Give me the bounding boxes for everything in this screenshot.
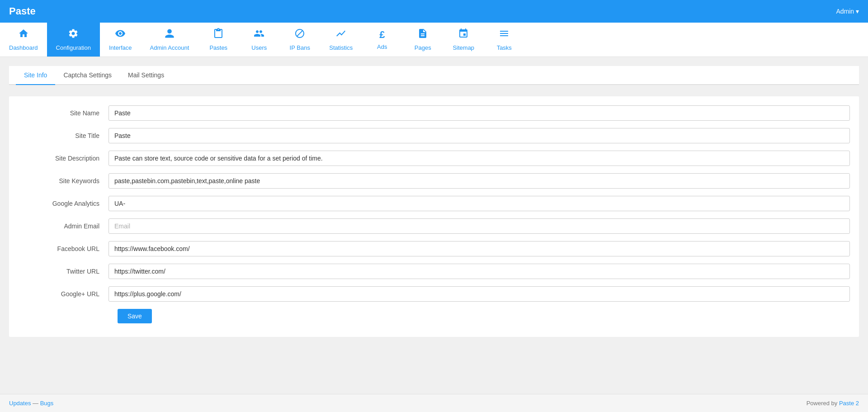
users-icon xyxy=(254,28,264,42)
pages-icon xyxy=(417,28,428,42)
tasks-icon xyxy=(499,28,509,42)
main-content: Site Info Captcha Settings Mail Settings… xyxy=(0,57,868,394)
home-icon xyxy=(18,28,29,42)
person-icon xyxy=(164,28,175,42)
nav-item-admin-account[interactable]: Admin Account xyxy=(141,23,198,57)
input-site-keywords[interactable] xyxy=(108,173,850,189)
nav-item-ads[interactable]: £ Ads xyxy=(362,23,402,57)
nav-item-configuration[interactable]: Configuration xyxy=(47,23,100,57)
ban-icon xyxy=(294,28,305,42)
nav-item-users[interactable]: Users xyxy=(239,23,279,57)
nav-label-ip-bans: IP Bans xyxy=(290,44,310,51)
form-row-site-keywords: Site Keywords xyxy=(18,173,850,189)
updates-link[interactable]: Updates xyxy=(9,400,31,407)
site-info-form: Site Name Site Title Site Description Si… xyxy=(9,96,859,337)
footer-separator: — xyxy=(33,400,40,407)
ads-icon: £ xyxy=(379,29,385,41)
save-button[interactable]: Save xyxy=(118,309,152,323)
tab-captcha-settings[interactable]: Captcha Settings xyxy=(55,66,120,85)
footer: Updates — Bugs Powered by Paste 2 xyxy=(0,394,868,412)
nav-item-ip-bans[interactable]: IP Bans xyxy=(279,23,320,57)
form-row-admin-email: Admin Email xyxy=(18,218,850,234)
topbar: Paste Admin xyxy=(0,0,868,23)
nav-label-pages: Pages xyxy=(415,44,431,51)
nav-item-tasks[interactable]: Tasks xyxy=(484,23,524,57)
nav-label-sitemap: Sitemap xyxy=(453,44,474,51)
input-google-plus-url[interactable] xyxy=(108,286,850,302)
nav-item-pages[interactable]: Pages xyxy=(402,23,443,57)
nav-label-ads: Ads xyxy=(377,43,387,50)
form-row-google-plus-url: Google+ URL xyxy=(18,286,850,302)
nav-item-statistics[interactable]: Statistics xyxy=(320,23,362,57)
tab-mail-settings[interactable]: Mail Settings xyxy=(120,66,172,85)
form-row-site-title: Site Title xyxy=(18,128,850,143)
label-site-name: Site Name xyxy=(18,109,108,117)
nav-label-configuration: Configuration xyxy=(56,44,91,51)
nav-label-tasks: Tasks xyxy=(497,44,512,51)
form-row-site-name: Site Name xyxy=(18,105,850,121)
paste2-link[interactable]: Paste 2 xyxy=(839,400,859,407)
label-admin-email: Admin Email xyxy=(18,223,108,230)
nav-label-dashboard: Dashboard xyxy=(9,44,38,51)
label-google-plus-url: Google+ URL xyxy=(18,290,108,298)
label-twitter-url: Twitter URL xyxy=(18,268,108,275)
app-title: Paste xyxy=(9,5,36,17)
sitemap-icon xyxy=(458,28,469,42)
input-google-analytics[interactable] xyxy=(108,196,850,211)
nav-label-pastes: Pastes xyxy=(209,44,227,51)
input-admin-email[interactable] xyxy=(108,218,850,234)
label-site-title: Site Title xyxy=(18,132,108,139)
input-site-name[interactable] xyxy=(108,105,850,121)
save-row: Save xyxy=(108,309,850,323)
eye-icon xyxy=(115,28,126,42)
nav-item-dashboard[interactable]: Dashboard xyxy=(0,23,47,57)
gear-icon xyxy=(68,28,79,42)
nav-label-statistics: Statistics xyxy=(329,44,353,51)
pastes-icon xyxy=(213,28,224,42)
input-site-description[interactable] xyxy=(108,151,850,166)
nav-item-pastes[interactable]: Pastes xyxy=(198,23,239,57)
navbar: Dashboard Configuration Interface Admin … xyxy=(0,23,868,57)
bugs-link[interactable]: Bugs xyxy=(40,400,54,407)
label-facebook-url: Facebook URL xyxy=(18,245,108,252)
form-row-google-analytics: Google Analytics xyxy=(18,196,850,211)
input-twitter-url[interactable] xyxy=(108,264,850,279)
label-site-keywords: Site Keywords xyxy=(18,177,108,185)
nav-item-interface[interactable]: Interface xyxy=(100,23,141,57)
nav-item-sitemap[interactable]: Sitemap xyxy=(443,23,484,57)
nav-label-users: Users xyxy=(251,44,267,51)
footer-left: Updates — Bugs xyxy=(9,400,53,407)
label-google-analytics: Google Analytics xyxy=(18,200,108,207)
tab-site-info[interactable]: Site Info xyxy=(16,66,55,85)
form-row-facebook-url: Facebook URL xyxy=(18,241,850,256)
label-site-description: Site Description xyxy=(18,155,108,162)
input-facebook-url[interactable] xyxy=(108,241,850,256)
statistics-icon xyxy=(335,28,346,42)
nav-label-interface: Interface xyxy=(109,44,132,51)
tabs-bar: Site Info Captcha Settings Mail Settings xyxy=(9,66,859,85)
nav-label-admin-account: Admin Account xyxy=(150,44,189,51)
footer-right: Powered by Paste 2 xyxy=(807,400,859,407)
input-site-title[interactable] xyxy=(108,128,850,143)
form-row-site-description: Site Description xyxy=(18,151,850,166)
form-row-twitter-url: Twitter URL xyxy=(18,264,850,279)
user-menu[interactable]: Admin xyxy=(836,8,859,15)
